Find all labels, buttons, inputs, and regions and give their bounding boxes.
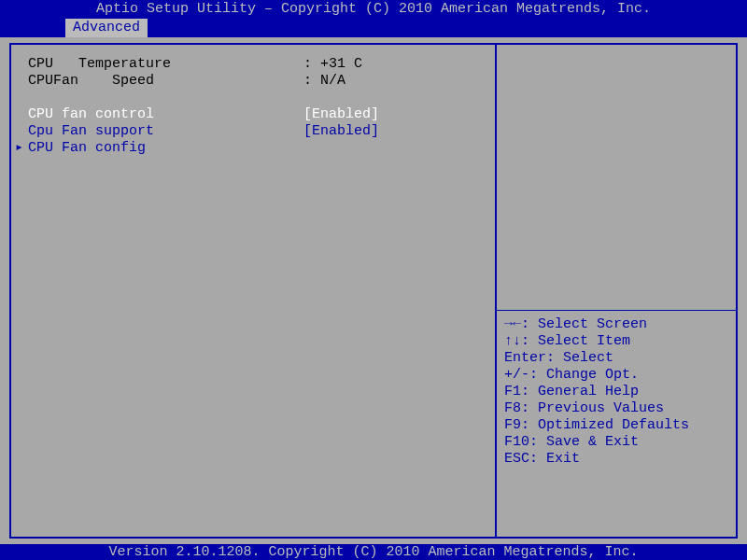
help-optimized-defaults: F9: Optimized Defaults [504,417,728,434]
setting-cpu-fan-config[interactable]: ▸ CPU Fan config [15,140,487,157]
footer-text: Version 2.10.1208. Copyright (C) 2010 Am… [108,544,638,560]
setting-label: CPU Fan config [28,140,303,157]
setting-value: [Enabled] [303,123,379,140]
reading-label: CPU Temperature [28,56,303,73]
help-change-opt: +/-: Change Opt. [504,367,728,384]
help-select-screen: →←: Select Screen [504,316,728,333]
help-enter: Enter: Select [504,350,728,367]
reading-cpufan-speed: CPUFan Speed : N/A [15,73,487,90]
reading-value: : N/A [303,73,345,90]
settings-panel: CPU Temperature : +31 C CPUFan Speed : N… [9,43,495,539]
setting-label: CPU fan control [28,106,303,123]
help-general-help: F1: General Help [504,384,728,400]
setting-cpu-fan-control[interactable]: CPU fan control [Enabled] [15,106,487,123]
help-previous-values: F8: Previous Values [504,400,728,417]
tab-bar: Advanced [0,19,747,37]
reading-label: CPUFan Speed [28,73,303,90]
setting-cpu-fan-support[interactable]: Cpu Fan support [Enabled] [15,123,487,140]
header-bar: Aptio Setup Utility – Copyright (C) 2010… [0,0,747,19]
setting-value: [Enabled] [303,106,379,123]
footer-bar: Version 2.10.1208. Copyright (C) 2010 Am… [0,544,747,560]
reading-value: : +31 C [303,56,362,73]
setting-label: Cpu Fan support [28,123,303,140]
reading-cpu-temp: CPU Temperature : +31 C [15,56,487,73]
help-keys-section: →←: Select Screen ↑↓: Select Item Enter:… [504,308,728,468]
submenu-marker-icon: ▸ [15,140,28,157]
help-select-item: ↑↓: Select Item [504,333,728,350]
main-area: CPU Temperature : +31 C CPUFan Speed : N… [0,37,747,544]
spacer [15,90,487,106]
help-panel: →←: Select Screen ↑↓: Select Item Enter:… [495,43,738,539]
help-esc-exit: ESC: Exit [504,451,728,468]
tab-advanced[interactable]: Advanced [65,19,148,37]
header-title: Aptio Setup Utility – Copyright (C) 2010… [96,1,651,17]
help-save-exit: F10: Save & Exit [504,434,728,451]
help-divider [497,310,736,311]
